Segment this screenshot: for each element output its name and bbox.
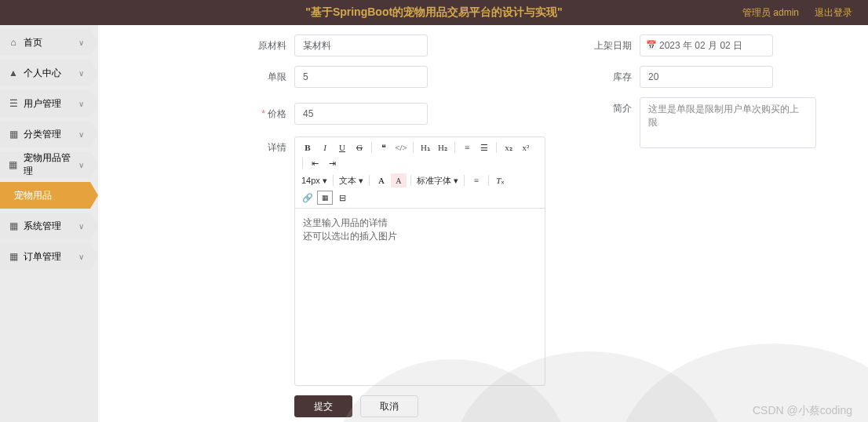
limit-input[interactable] [294,66,428,88]
sidebar-item-label: 分类管理 [24,128,61,141]
limit-label: 单限 [247,66,294,84]
indent-icon[interactable]: ⇤ [307,156,323,170]
sidebar-item-home[interactable]: ⌂首页 ∨ [0,29,98,56]
code-icon[interactable]: </> [393,140,409,155]
sidebar-item-label: 用户管理 [24,97,61,111]
home-icon: ⌂ [8,37,19,48]
sidebar-item-petgoods-mgmt[interactable]: ▦宠物用品管理 ∨ [0,151,98,178]
page-title: "基于SpringBoot的宠物用品交易平台的设计与实现" [305,5,562,20]
app-header: "基于SpringBoot的宠物用品交易平台的设计与实现" 管理员 admin … [0,0,868,25]
chevron-down-icon: ∨ [78,69,84,78]
chevron-down-icon: ▾ [323,176,327,186]
h2-icon[interactable]: H₂ [435,140,450,155]
textcolor-icon[interactable]: A [374,173,389,187]
grid-icon: ▦ [8,159,19,170]
sidebar-item-category[interactable]: ▦分类管理 ∨ [0,121,98,147]
sidebar-item-label: 首页 [24,36,42,49]
h1-icon[interactable]: H₁ [418,140,433,155]
user-icon: ▲ [8,67,19,78]
sidebar-item-label: 系统管理 [24,220,61,233]
sidebar-item-profile[interactable]: ▲个人中心 ∨ [0,60,98,86]
logout-link[interactable]: 退出登录 [815,6,852,20]
bgcolor-icon[interactable]: A [391,173,407,187]
date-label: 上架日期 [593,35,640,53]
users-icon: ☰ [8,98,19,109]
chevron-down-icon: ∨ [78,38,84,47]
fontfamily-select[interactable]: 标准字体 ▾ [415,175,460,187]
quote-icon[interactable]: ❝ [376,140,392,155]
intro-textarea[interactable]: 这里是单限是限制用户单次购买的上限 [640,97,816,148]
chevron-down-icon: ∨ [78,253,84,261]
header-actions: 管理员 admin 退出登录 [742,6,852,20]
image-icon[interactable]: ▦ [317,191,333,205]
sup-icon[interactable]: x² [518,140,534,155]
bold-icon[interactable]: B [300,140,315,155]
grid-icon: ▦ [8,251,19,262]
rich-editor: B I U G ❝ </> H₁ H₂ ≡ ☰ x₂ x² [294,136,545,386]
submit-button[interactable]: 提交 [294,395,352,417]
price-label: *价格 [247,103,294,121]
material-label: 原材料 [247,35,294,53]
sidebar: ⌂首页 ∨ ▲个人中心 ∨ ☰用户管理 ∨ ▦分类管理 ∨ ▦宠物用品管理 ∨ … [0,25,98,422]
editor-toolbar: B I U G ❝ </> H₁ H₂ ≡ ☰ x₂ x² [295,137,545,209]
stock-input[interactable] [640,66,773,88]
list-ol-icon[interactable]: ≡ [459,140,475,155]
sidebar-item-users[interactable]: ☰用户管理 ∨ [0,90,98,117]
align-icon[interactable]: ≡ [469,173,484,187]
main-content: 原材料 上架日期 📅 单限 库存 [98,25,868,422]
video-icon[interactable]: ⊟ [334,191,350,205]
price-input[interactable] [294,103,428,125]
detail-label: 详情 [247,136,294,386]
intro-label: 简介 [593,97,640,115]
chevron-down-icon: ∨ [78,161,84,169]
chevron-down-icon: ▾ [454,176,458,186]
sidebar-item-orders[interactable]: ▦订单管理 ∨ [0,243,98,270]
list-ul-icon[interactable]: ☰ [476,140,492,155]
chevron-down-icon: ∨ [78,100,84,108]
sidebar-item-label: 宠物用品 [14,189,52,202]
date-input[interactable] [640,35,773,56]
grid-icon: ▦ [8,220,19,231]
sidebar-item-label: 个人中心 [24,67,61,80]
calendar-icon: 📅 [646,40,657,50]
format-select[interactable]: 文本 ▾ [337,175,365,187]
clear-icon[interactable]: Tₓ [493,173,509,187]
sidebar-item-petgoods[interactable]: 宠物用品 [0,182,98,209]
stock-label: 库存 [593,66,640,84]
sidebar-item-label: 订单管理 [24,250,61,264]
material-input[interactable] [294,35,428,56]
strike-icon[interactable]: G [352,140,367,155]
chevron-down-icon: ∨ [78,130,84,139]
editor-content[interactable]: 这里输入用品的详情 还可以选出的插入图片 [295,209,545,385]
grid-icon: ▦ [8,129,19,140]
underline-icon[interactable]: U [334,140,350,155]
chevron-down-icon: ∨ [78,222,84,231]
link-icon[interactable]: 🔗 [300,191,315,205]
italic-icon[interactable]: I [317,140,333,155]
admin-label[interactable]: 管理员 admin [742,6,799,20]
sub-icon[interactable]: x₂ [501,140,516,155]
fontsize-select[interactable]: 14px ▾ [300,176,329,186]
outdent-icon[interactable]: ⇥ [324,156,340,170]
cancel-button[interactable]: 取消 [360,395,418,417]
watermark: CSDN @小蔡coding [753,404,852,418]
sidebar-item-label: 宠物用品管理 [24,151,78,178]
sidebar-item-system[interactable]: ▦系统管理 ∨ [0,213,98,239]
chevron-down-icon: ▾ [359,176,363,186]
